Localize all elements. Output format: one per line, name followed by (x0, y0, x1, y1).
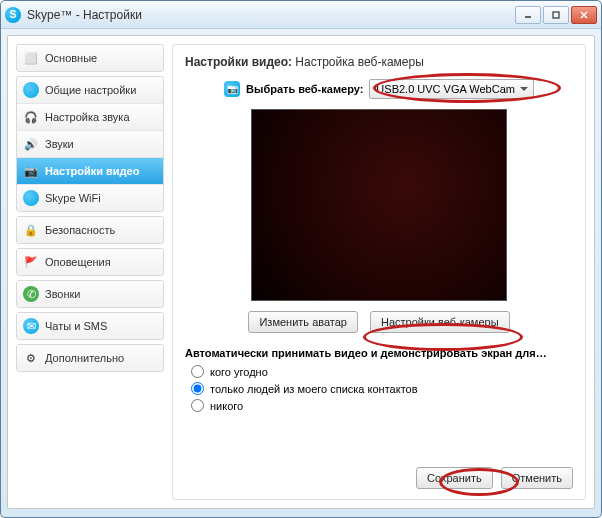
content-header-sub: Настройка веб-камеры (295, 55, 423, 69)
content-panel: Настройки видео: Настройка веб-камеры Вы… (172, 44, 586, 500)
settings-sidebar: ⬜ Основные Общие настройки 🎧 Настройка з… (16, 44, 164, 500)
window-controls (515, 6, 597, 24)
radio-noone-input[interactable] (191, 399, 204, 412)
client-area: ⬜ Основные Общие настройки 🎧 Настройка з… (7, 35, 595, 509)
auto-receive-radios: кого угодно только людей из моего списка… (191, 365, 573, 412)
radio-noone-label: никого (210, 400, 243, 412)
dialog-footer-buttons: Сохранить Отменить (416, 467, 573, 489)
auto-receive-heading: Автоматически принимать видео и демонстр… (185, 347, 573, 359)
sidebar-item-label: Дополнительно (45, 352, 124, 364)
sidebar-item-notifications[interactable]: 🚩 Оповещения (17, 249, 163, 275)
maximize-button[interactable] (543, 6, 569, 24)
camera-select-icon (224, 81, 240, 97)
gear-icon: ⚙ (23, 350, 39, 366)
radio-contacts-input[interactable] (191, 382, 204, 395)
preview-button-row: Изменить аватар Настройки веб-камеры (185, 311, 573, 333)
change-avatar-button[interactable]: Изменить аватар (248, 311, 358, 333)
radio-noone[interactable]: никого (191, 399, 573, 412)
sidebar-item-label: Безопасность (45, 224, 115, 236)
sidebar-item-label: Настройки видео (45, 165, 139, 177)
skype-icon (23, 82, 39, 98)
sidebar-item-security[interactable]: 🔒 Безопасность (17, 217, 163, 243)
sidebar-item-label: Общие настройки (45, 84, 136, 96)
content-header: Настройки видео: Настройка веб-камеры (185, 55, 573, 69)
headset-icon: 🎧 (23, 109, 39, 125)
wifi-icon (23, 190, 39, 206)
radio-contacts-label: только людей из моего списка контактов (210, 383, 418, 395)
sidebar-item-label: Skype WiFi (45, 192, 101, 204)
general-icon: ⬜ (23, 50, 39, 66)
skype-app-icon (5, 7, 21, 23)
save-button[interactable]: Сохранить (416, 467, 493, 489)
camera-dropdown-value: USB2.0 UVC VGA WebCam (376, 83, 515, 95)
sidebar-item-audio[interactable]: 🎧 Настройка звука (17, 103, 163, 130)
webcam-settings-button[interactable]: Настройки веб-камеры (370, 311, 510, 333)
camera-select-row: Выбрать веб-камеру: USB2.0 UVC VGA WebCa… (185, 79, 573, 99)
sidebar-item-label: Звонки (45, 288, 81, 300)
radio-anyone-label: кого угодно (210, 366, 268, 378)
window-title: Skype™ - Настройки (27, 8, 515, 22)
camera-icon: 📷 (23, 163, 39, 179)
sidebar-item-label: Основные (45, 52, 97, 64)
settings-window: Skype™ - Настройки ⬜ Основные Общие наст… (0, 0, 602, 518)
content-header-bold: Настройки видео: (185, 55, 292, 69)
lock-icon: 🔒 (23, 222, 39, 238)
sidebar-item-calls[interactable]: ✆ Звонки (17, 281, 163, 307)
sidebar-item-label: Звуки (45, 138, 74, 150)
sidebar-item-label: Оповещения (45, 256, 111, 268)
sidebar-item-chats[interactable]: ✉ Чаты и SMS (17, 313, 163, 339)
close-button[interactable] (571, 6, 597, 24)
sidebar-item-label: Чаты и SMS (45, 320, 107, 332)
radio-contacts[interactable]: только людей из моего списка контактов (191, 382, 573, 395)
radio-anyone[interactable]: кого угодно (191, 365, 573, 378)
sidebar-item-video[interactable]: 📷 Настройки видео (17, 157, 163, 184)
sidebar-item-sounds[interactable]: 🔊 Звуки (17, 130, 163, 157)
flag-icon: 🚩 (23, 254, 39, 270)
titlebar[interactable]: Skype™ - Настройки (1, 1, 601, 29)
radio-anyone-input[interactable] (191, 365, 204, 378)
sidebar-item-general[interactable]: ⬜ Основные (17, 45, 163, 71)
svg-rect-1 (553, 12, 559, 18)
camera-select-label: Выбрать веб-камеру: (246, 83, 363, 95)
camera-dropdown[interactable]: USB2.0 UVC VGA WebCam (369, 79, 534, 99)
sidebar-item-wifi[interactable]: Skype WiFi (17, 184, 163, 211)
phone-icon: ✆ (23, 286, 39, 302)
webcam-preview (251, 109, 507, 301)
speaker-icon: 🔊 (23, 136, 39, 152)
cancel-button[interactable]: Отменить (501, 467, 573, 489)
chat-icon: ✉ (23, 318, 39, 334)
sidebar-item-label: Настройка звука (45, 111, 130, 123)
sidebar-item-advanced[interactable]: ⚙ Дополнительно (17, 345, 163, 371)
minimize-button[interactable] (515, 6, 541, 24)
sidebar-item-general-settings[interactable]: Общие настройки (17, 77, 163, 103)
